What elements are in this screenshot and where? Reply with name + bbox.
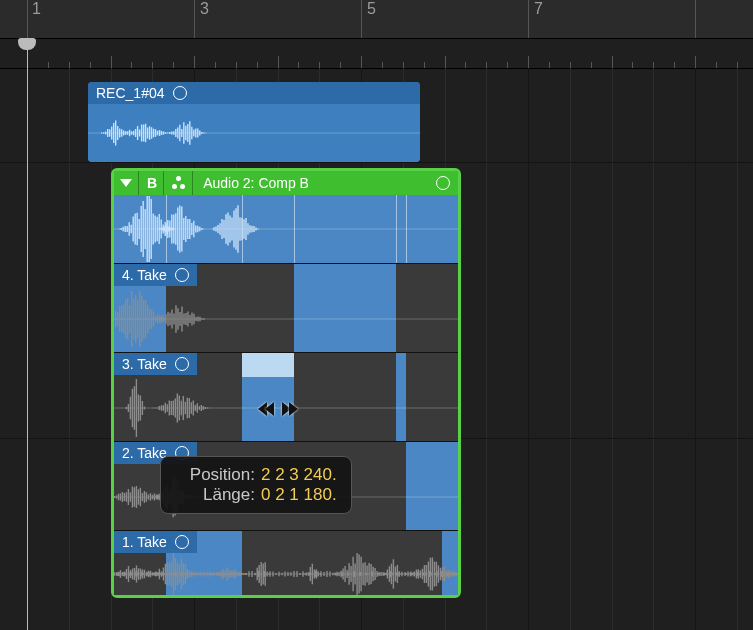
loop-indicator-icon [436,176,450,190]
position-tooltip: Position: 2 2 3 240. Länge: 0 2 1 180. [160,456,352,514]
selection-highlight [242,353,294,377]
tooltip-length-label: Länge: [175,485,255,505]
ruler-number: 5 [367,0,376,18]
take-lane[interactable]: 1. Take [114,530,458,595]
tooltip-position-label: Position: [175,465,255,485]
region-header[interactable]: REC_1#04 [88,82,420,104]
take-label[interactable]: 4. Take [114,264,197,286]
take-folder[interactable]: B Audio 2: Comp B 4. Take [111,168,461,598]
comp-lane[interactable] [114,195,458,263]
ruler-number: 1 [32,0,41,18]
comp-dots-icon [172,176,186,190]
loop-indicator-icon [173,86,187,100]
tooltip-position-value: 2 2 3 240. [261,465,337,485]
quick-swipe-button[interactable] [166,171,193,195]
beat-ruler[interactable] [0,48,753,69]
waveform [88,104,420,162]
arrange-area[interactable]: 1 3 5 7 REC_1#04 [0,0,753,630]
take-folder-title: Audio 2: Comp B [195,175,434,191]
playhead[interactable] [27,38,28,630]
take-label[interactable]: 3. Take [114,353,197,375]
loop-indicator-icon [175,357,189,371]
waveform [114,195,458,263]
disclosure-button[interactable] [114,171,139,195]
triangle-down-icon [120,179,132,187]
ruler-number: 3 [200,0,209,18]
take-lane[interactable]: 3. Take [114,352,458,441]
loop-indicator-icon [175,535,189,549]
comp-letter-button[interactable]: B [141,171,164,195]
bar-ruler[interactable]: 1 3 5 7 [0,0,753,39]
audio-region-rec[interactable]: REC_1#04 [88,82,420,162]
take-folder-header[interactable]: B Audio 2: Comp B [114,171,458,195]
ruler-number: 7 [534,0,543,18]
take-lane[interactable]: 4. Take [114,263,458,352]
region-name: REC_1#04 [96,82,165,104]
waveform [114,286,458,352]
take-label[interactable]: 1. Take [114,531,197,553]
waveform [114,553,458,595]
loop-indicator-icon [175,268,189,282]
tooltip-length-value: 0 2 1 180. [261,485,337,505]
waveform [114,375,458,441]
